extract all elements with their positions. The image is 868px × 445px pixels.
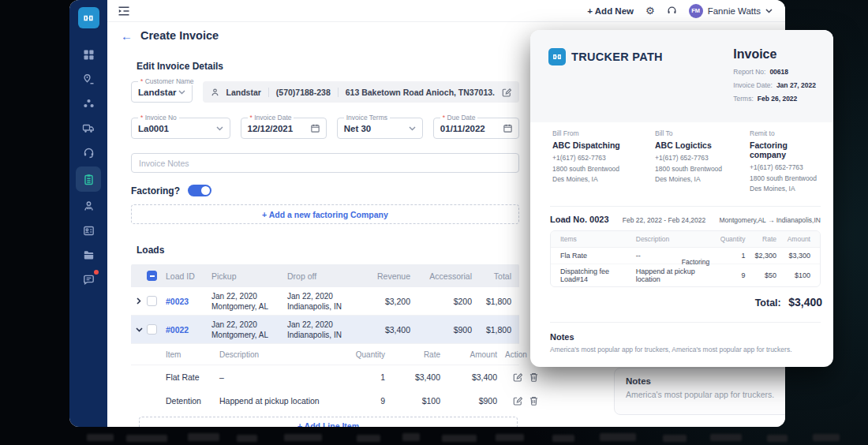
col-rate: Rate [745,235,776,243]
sidebar-item-contacts[interactable] [76,219,101,242]
back-arrow-icon[interactable]: ← [121,30,133,42]
row-checkbox[interactable] [147,296,157,306]
chevron-down-icon [178,90,185,95]
notification-dot [94,270,99,275]
customer-summary-chip: Landstar (570)7188-238 613 Baketown Road… [203,81,520,103]
collapse-menu-icon[interactable] [118,6,129,16]
support-headset-icon[interactable] [667,6,677,16]
truck-icon [82,122,95,134]
item-name: Detention [166,396,219,406]
toggle-knob [201,186,210,195]
divider [268,88,269,97]
sidebar-item-dispatch[interactable] [76,140,101,164]
brand-name: TRUCKER PATH [571,50,663,63]
customer-name-select[interactable]: Customer Name Landstar [131,81,193,103]
due-date-field[interactable]: Due Date 01/11/2022 [433,118,519,139]
preview-item-row: Fla Rate --Factoring 1 $2,300 $3,300 [551,248,820,264]
sidebar [69,0,107,427]
load-id-link[interactable]: #0022 [166,325,211,335]
expand-chevron-right-icon[interactable] [131,297,147,305]
party-name: ABC Dispatching [552,140,655,150]
notes-text: America's most popular app for truckers,… [550,346,814,353]
load-route: Montgomery,AL → Indianapolis,IN [719,216,821,224]
divider [550,206,821,207]
invoice-date-value: 12/12/2021 [248,124,311,133]
party-address: 1800 south Brentwood Des Moines, IA [552,164,625,185]
select-all-checkbox[interactable] [147,271,157,281]
delete-trash-icon[interactable] [529,372,538,382]
item-amount: $900 [448,396,505,406]
item-quantity: 1 [344,372,393,382]
item-description: Happend at pickup location [219,396,344,406]
sidebar-item-trucks[interactable] [76,116,101,140]
invoice-no-select[interactable]: Invoice No La0001 [131,118,230,139]
invoice-no-value: La0001 [138,124,216,133]
pickup-date: Jan 22, 2020 [211,292,257,301]
add-factoring-company-button[interactable]: + Add a new factoring Company [131,204,519,224]
total-value: $1,800 [480,297,519,306]
edit-icon[interactable] [502,88,511,97]
settings-gear-icon[interactable]: ⚙ [645,5,655,17]
sidebar-item-messages[interactable] [76,267,101,291]
col-quantity: Quantity [344,350,393,359]
bill-to: Bill To ABC Logictics +1(617) 652-7763 1… [655,129,750,195]
invoice-form: Edit Invoice Details Customer Name Lands… [131,61,519,427]
party-name: Factoring company [750,140,822,159]
load-id-link[interactable]: #0023 [166,297,211,306]
row-checkbox[interactable] [147,324,157,335]
user-avatar: FM [689,4,703,18]
invoice-terms-select[interactable]: Invoice Terms Net 30 [337,118,423,139]
sidebar-item-fleet[interactable] [76,92,101,115]
load-row[interactable]: #0023 Jan 22, 2020Montgomery, AL Jan 22,… [131,287,519,316]
terms-label: Terms: [733,95,754,103]
add-new-button[interactable]: + Add New [587,6,634,16]
trucker-path-logo-icon [82,12,95,24]
total-line: Total: $3,400 [530,295,822,309]
expand-chevron-down-icon[interactable] [131,327,147,332]
sidebar-item-invoices[interactable] [76,166,101,192]
accessorial-value: $200 [418,297,480,306]
item-quantity: 1 [716,252,745,260]
chevron-down-icon [409,126,416,131]
edit-icon[interactable] [513,372,522,382]
remit-to: Remit to Factoring company +1(617) 652-7… [750,129,822,195]
factoring-label: Factoring? [131,185,180,196]
revenue-value: $3,400 [369,325,418,335]
party-phone: +1(617) 652-7763 [655,153,728,164]
sidebar-item-loads-map[interactable] [76,67,101,91]
preview-title: Invoice [733,47,816,62]
chevron-down-icon [216,126,223,131]
total-label: Total: [755,297,781,309]
user-menu[interactable]: FM Fannie Watts [689,4,773,18]
item-amount: $100 [776,271,810,279]
notes-heading: Notes [550,332,814,342]
party-phone: +1(617) 652-7763 [552,153,625,164]
topbar: + Add New ⚙ FM Fannie Watts [107,0,785,22]
add-line-item-button[interactable]: + Add Line Item [139,417,518,427]
customer-name-label: Customer Name [138,77,196,85]
app-logo[interactable] [78,7,99,28]
page-title: Create Invoice [140,29,219,42]
edit-icon[interactable] [513,396,522,406]
loads-table-header: Load ID Pickup Drop off Revenue Accessor… [131,264,519,287]
factoring-toggle[interactable] [188,185,211,196]
dropoff-city: Indianapolis, IN [287,331,342,339]
item-name: Flat Rate [166,372,219,382]
invoice-date-field[interactable]: Invoice Date 12/12/2021 [241,118,327,139]
invoice-meta: Invoice Report No:00618 Invoice Date:Jan… [733,47,816,122]
delete-trash-icon[interactable] [529,396,538,406]
load-no: Load No. 0023 [550,215,609,224]
party-label: Remit to [750,129,822,137]
line-item-row: Flat Rate – 1 $3,400 $3,400 [131,365,519,389]
sidebar-item-documents[interactable] [76,243,101,267]
sidebar-item-dashboard[interactable] [76,43,101,66]
terms-value: Feb 26, 2022 [758,95,798,103]
invoice-date-label: Invoice Date [248,114,294,122]
item-amount: $3,300 [776,252,810,260]
sidebar-item-drivers[interactable] [76,194,101,218]
col-description: Description [636,235,716,243]
invoice-notes-input[interactable] [131,153,519,173]
load-row-expanded[interactable]: #0022 Jan 22, 2020Montgomery, AL Jan 22,… [131,316,519,344]
item-rate: $50 [745,271,776,279]
col-rate: Rate [393,350,448,359]
